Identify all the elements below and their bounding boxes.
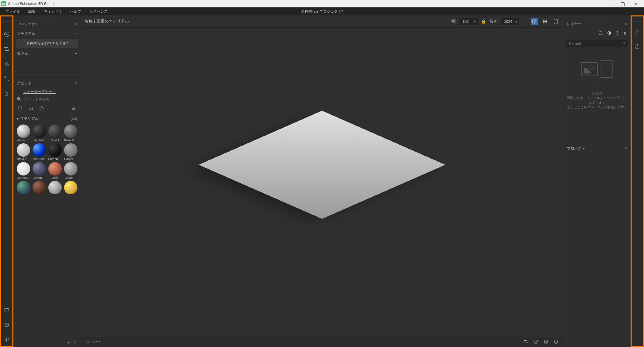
envlight-section-label: 環境光 (17, 51, 28, 56)
search-icon: 🔍 (17, 97, 22, 102)
menu-help[interactable]: ヘルプ (66, 7, 85, 15)
file-placeholder-icon (600, 60, 613, 78)
layer-fill-icon[interactable] (598, 31, 603, 37)
asset-thumbnail[interactable]: Braid F… (16, 143, 31, 161)
globe-footer-icon[interactable] (543, 339, 549, 345)
add-material-icon[interactable]: + (75, 32, 77, 36)
material-sphere-icon (64, 143, 77, 157)
menu-license[interactable]: ライセンス (85, 7, 112, 15)
viewport-header: 名称未設定のマテリアル 幅: 1024 🔒 高さ: 1024 (80, 15, 564, 28)
asset-label: Base M… (64, 139, 78, 142)
width-dropdown[interactable]: 1024 (460, 18, 478, 24)
asset-thumbnail[interactable] (48, 181, 62, 195)
blend-mode-dropdown[interactable]: Normal (566, 40, 628, 47)
asset-thumbnail[interactable]: Clay (48, 162, 62, 180)
window-minimize-button[interactable]: — (602, 1, 616, 6)
asset-thumbnail[interactable]: Asphalt (32, 125, 46, 142)
envlight-section[interactable]: 環境光 + (13, 49, 80, 58)
properties-panel-close-icon[interactable]: ✕ (624, 146, 627, 151)
tool-add-icon[interactable] (3, 31, 10, 38)
right-tool-rail (631, 15, 644, 347)
asset-thumbnail[interactable]: Cerami… (32, 162, 46, 180)
starter-assets-link[interactable]: スターターアセット (23, 89, 56, 94)
left-tool-rail (0, 15, 13, 347)
window-close-button[interactable]: ✕ (629, 1, 643, 6)
svg-point-3 (18, 107, 22, 110)
material-sphere-icon (48, 162, 62, 176)
layer-delete-icon[interactable]: 🗑 (623, 31, 627, 36)
assets-category-row[interactable]: ▾ マテリアル (40) (13, 114, 80, 123)
layers-dropzone[interactable]: ↓ 初めに 画像またはマテリアルをドラッグ & ドロップします またはここをクリ… (564, 48, 631, 122)
asset-thumbnail[interactable] (16, 181, 31, 195)
material-item[interactable]: 名称未設定のマテリアル* (16, 39, 78, 48)
material-sphere-icon (64, 181, 77, 194)
list-view-icon[interactable] (70, 105, 77, 112)
svg-point-5 (40, 107, 44, 110)
asset-thumbnail[interactable]: Alumin… (16, 125, 31, 142)
export-as-icon[interactable] (634, 30, 641, 36)
material-sphere-icon (17, 181, 30, 194)
menu-file[interactable]: ファイル (1, 7, 24, 15)
filter-env-icon[interactable] (38, 105, 45, 112)
tool-crop-icon[interactable] (3, 46, 10, 52)
material-sphere-icon (48, 125, 62, 138)
view-3d-icon[interactable] (531, 18, 538, 25)
menu-edit[interactable]: 編集 (24, 7, 40, 15)
camera-icon[interactable] (523, 339, 529, 345)
filter-image-icon[interactable] (28, 105, 34, 112)
svg-point-12 (599, 32, 602, 35)
materials-section[interactable]: マテリアル + (13, 29, 80, 38)
view-2d-icon[interactable] (541, 18, 549, 25)
tool-globe-icon[interactable] (3, 321, 10, 328)
tool-warp-icon[interactable] (3, 75, 10, 82)
svg-point-10 (554, 340, 558, 343)
viewport-area: 名称未設定のマテリアル 幅: 1024 🔒 高さ: 1024 1,097 ms (80, 15, 564, 347)
project-panel-close-icon[interactable]: ✕ (74, 22, 77, 26)
assets-add-icon[interactable]: + (67, 340, 70, 345)
assets-panel-title: アセット (17, 81, 32, 86)
window-maximize-button[interactable]: ▢ (616, 1, 629, 6)
assets-count: (40) (70, 117, 77, 121)
browse-link[interactable]: ここをクリック (577, 105, 600, 109)
height-dropdown[interactable]: 1024 (501, 18, 519, 24)
assets-panel-close-icon[interactable]: ✕ (74, 81, 77, 85)
asset-thumbnail[interactable]: Carrara… (16, 162, 31, 180)
layers-panel: レイヤー ✕ 🗑 Normal ↓ 初めに 画像またはマテリアルをドラッグ & … (564, 15, 631, 143)
assets-thumbnail-grid: Alumin…AsphaltBasaltBase M…Braid F…Car P… (13, 123, 80, 196)
assets-delete-icon[interactable]: 🗑 (73, 340, 77, 345)
properties-panel-title: プロパティ (567, 146, 585, 151)
asset-label: Braid F… (16, 157, 31, 161)
down-arrow-icon: ↓ (595, 81, 599, 88)
3d-viewport[interactable] (80, 28, 564, 337)
tool-clone-icon[interactable] (3, 90, 10, 97)
asset-thumbnail[interactable]: Carbon … (48, 143, 62, 161)
menu-window[interactable]: ウィンドウ (40, 7, 66, 15)
asset-thumbnail[interactable]: Carpet … (63, 143, 78, 161)
menubar: ファイル 編集 ウィンドウ ヘルプ ライセンス 名称未設定プロジェクト* (0, 7, 644, 15)
view-fullscreen-icon[interactable] (552, 18, 559, 25)
material-sphere-icon (17, 125, 30, 138)
assets-search-input[interactable] (24, 97, 77, 101)
layer-adjust-icon[interactable] (606, 31, 611, 37)
asset-thumbnail[interactable]: Basalt (48, 125, 62, 142)
asset-thumbnail[interactable] (63, 181, 78, 195)
tool-snow-icon[interactable] (3, 336, 10, 343)
asset-thumbnail[interactable] (32, 181, 46, 195)
layers-panel-close-icon[interactable]: ✕ (624, 22, 627, 26)
refresh-icon[interactable] (533, 339, 539, 345)
layer-export-icon[interactable] (615, 31, 620, 37)
add-envlight-icon[interactable]: + (75, 51, 77, 55)
filter-material-icon[interactable] (17, 105, 23, 112)
viewport-title: 名称未設定のマテリアル (85, 18, 129, 24)
tool-perspective-icon[interactable] (3, 60, 10, 67)
tool-display-icon[interactable] (3, 307, 10, 313)
asset-thumbnail[interactable]: Car Paint (32, 143, 46, 161)
asset-label: Car Paint (32, 157, 46, 161)
material-sphere-icon (33, 162, 46, 176)
link-dims-icon[interactable]: 🔒 (481, 19, 486, 24)
asset-thumbnail[interactable]: Base M… (63, 125, 78, 142)
sphere-footer-icon[interactable] (553, 339, 559, 345)
share-icon[interactable] (634, 43, 641, 50)
back-arrow-icon[interactable]: ← (17, 90, 21, 94)
asset-thumbnail[interactable]: Clean … (63, 162, 78, 180)
